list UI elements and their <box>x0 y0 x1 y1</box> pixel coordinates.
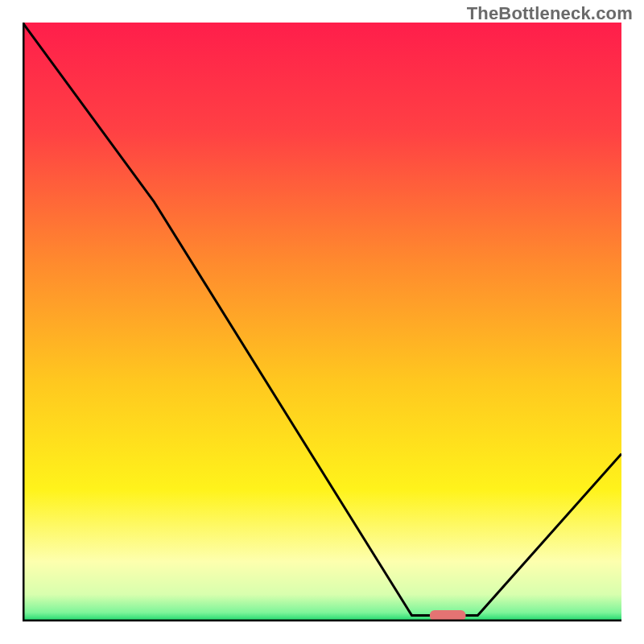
chart-svg <box>23 23 621 621</box>
attribution-text: TheBottleneck.com <box>467 3 633 24</box>
chart-container: TheBottleneck.com <box>0 0 644 644</box>
optimum-marker <box>430 610 466 621</box>
gradient-background <box>23 23 621 621</box>
plot-area <box>23 23 621 621</box>
